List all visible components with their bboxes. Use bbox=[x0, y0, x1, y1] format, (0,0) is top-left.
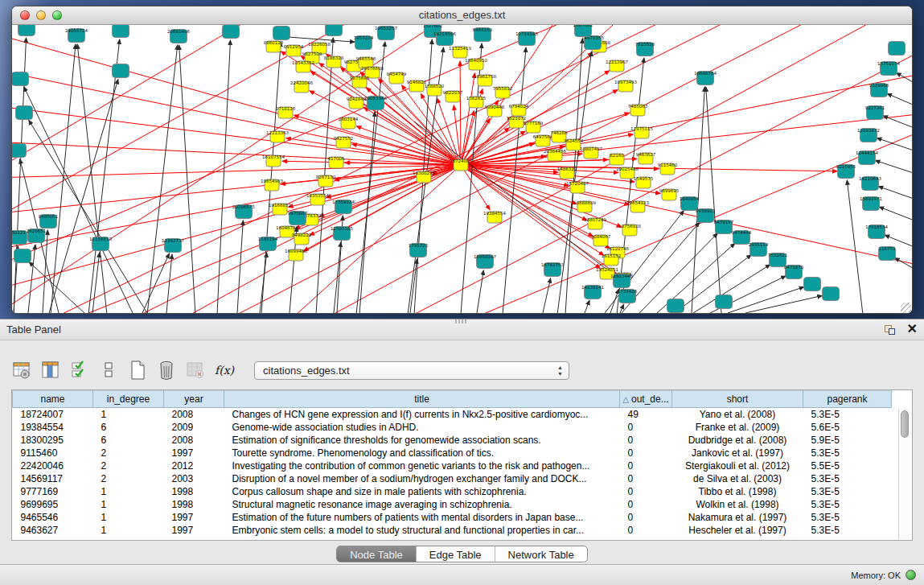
network-window-titlebar[interactable]: citations_edges.txt bbox=[12, 6, 912, 25]
table-cell: 5.6E-5 bbox=[803, 421, 892, 434]
graph-node[interactable] bbox=[14, 249, 31, 263]
function-builder-button[interactable]: f(x) bbox=[214, 360, 235, 381]
graph-node[interactable] bbox=[223, 25, 240, 39]
graph-node[interactable] bbox=[16, 106, 33, 120]
network-window-title: citations_edges.txt bbox=[419, 9, 506, 21]
column-header-pagerank[interactable]: pagerank bbox=[803, 391, 892, 408]
column-header-name[interactable]: name bbox=[13, 391, 93, 408]
table-row[interactable]: 977716911998Corpus callosum shape and si… bbox=[13, 485, 892, 498]
graph-node-label: 2935114 bbox=[749, 242, 769, 247]
graph-node[interactable] bbox=[12, 144, 27, 158]
column-header-short[interactable]: short bbox=[672, 391, 803, 408]
graph-node-label: 10025488 bbox=[616, 167, 639, 171]
graph-node-label: 9329966 bbox=[869, 83, 889, 88]
show-columns-button[interactable] bbox=[40, 360, 61, 381]
table-cell: 9465546 bbox=[13, 511, 93, 524]
close-panel-icon[interactable]: ✕ bbox=[907, 323, 918, 336]
network-canvas[interactable]: 1872400788601238912954182260589827509818… bbox=[12, 25, 912, 314]
table-mode-button[interactable] bbox=[11, 360, 32, 381]
graph-node[interactable] bbox=[113, 25, 129, 38]
table-row[interactable]: 946554611997Estimation of the future num… bbox=[13, 511, 892, 524]
graph-node[interactable] bbox=[18, 25, 35, 36]
table-cell: 19384554 bbox=[13, 421, 93, 434]
table-cell: de Silva et al. (2003) bbox=[672, 472, 803, 485]
table-cell: 18724007 bbox=[13, 408, 93, 421]
graph-node-label: 2803144 bbox=[339, 117, 359, 122]
table-cell: 5.3E-5 bbox=[803, 498, 892, 511]
graph-node-label: 19384554 bbox=[483, 211, 506, 216]
table-cell: 0 bbox=[620, 511, 672, 524]
graph-node-label: 29676608 bbox=[361, 66, 384, 71]
graph-node-label: 17359924 bbox=[332, 200, 355, 204]
panel-splitter-handle[interactable] bbox=[455, 319, 468, 323]
graph-node[interactable] bbox=[12, 72, 29, 86]
table-row[interactable]: 1456911722003Disruption of a novel membe… bbox=[13, 472, 892, 485]
graph-node-label: 1486322 bbox=[557, 167, 577, 171]
graph-node-label: 9822037 bbox=[443, 90, 463, 95]
column-header-in-degree[interactable]: in_degree bbox=[93, 391, 164, 408]
graph-node-label: 9975887 bbox=[288, 211, 308, 216]
tab-node-table[interactable]: Node Table bbox=[337, 546, 417, 562]
float-panel-icon[interactable] bbox=[885, 323, 897, 336]
graph-node[interactable] bbox=[326, 25, 343, 36]
table-cell: Structural magnetic resonance image aver… bbox=[224, 498, 620, 511]
network-table-select[interactable]: citations_edges.txt ▲▼ bbox=[254, 361, 569, 380]
select-columns-button[interactable] bbox=[69, 360, 90, 381]
table-row[interactable]: 911546021997Tourette syndrome. Phenomeno… bbox=[13, 447, 892, 459]
scrollbar-thumb[interactable] bbox=[901, 410, 909, 438]
table-row[interactable]: 969969511998Structural magnetic resonanc… bbox=[13, 498, 892, 511]
table-cell: 5.9E-5 bbox=[803, 434, 892, 447]
graph-node[interactable] bbox=[804, 278, 821, 291]
graph-node-label: 12923448 bbox=[610, 274, 633, 278]
tab-network-table[interactable]: Network Table bbox=[495, 546, 587, 562]
zoom-window-button[interactable] bbox=[52, 10, 62, 20]
table-cell: Wolkin et al. (1998) bbox=[672, 498, 803, 511]
table-cell: 5.3E-5 bbox=[803, 408, 892, 421]
row-height-button[interactable] bbox=[98, 360, 119, 381]
table-row[interactable]: 1830029562008Estimation of significance … bbox=[13, 434, 892, 447]
table-cell: 0 bbox=[620, 459, 672, 472]
table-cell: 1 bbox=[93, 524, 164, 537]
graph-node-label: 16958107 bbox=[474, 254, 496, 259]
graph-node-label: 9699695 bbox=[659, 188, 680, 193]
graph-node-label: 17016534 bbox=[865, 225, 888, 229]
table-cell: 2 bbox=[93, 447, 164, 459]
table-row[interactable]: 1938455462009Genome-wide association stu… bbox=[13, 421, 892, 434]
graph-node-label: 20206575 bbox=[232, 204, 255, 209]
table-panel-header: Table Panel ✕ bbox=[0, 319, 924, 340]
graph-node[interactable] bbox=[113, 64, 129, 78]
delete-table-button[interactable] bbox=[185, 360, 206, 381]
graph-node-label: 6479197 bbox=[714, 220, 734, 225]
table-cell: 22420046 bbox=[13, 459, 93, 472]
close-window-button[interactable] bbox=[20, 10, 30, 20]
graph-node[interactable] bbox=[823, 287, 840, 301]
graph-node-label: 16210643 bbox=[859, 176, 881, 181]
graph-node[interactable] bbox=[889, 42, 906, 56]
column-header-year[interactable]: year bbox=[164, 391, 224, 408]
table-row[interactable]: 1872400712008Changes of HCN gene express… bbox=[13, 408, 892, 421]
graph-node[interactable] bbox=[716, 295, 733, 309]
table-cell: 2008 bbox=[164, 434, 224, 447]
table-cell: Jankovic et al. (1997) bbox=[672, 447, 803, 459]
graph-node[interactable] bbox=[273, 27, 290, 40]
window-resize-grip[interactable] bbox=[901, 303, 911, 313]
table-cell: 0 bbox=[620, 434, 672, 447]
minimize-window-button[interactable] bbox=[36, 10, 46, 20]
graph-node-label: 24055724 bbox=[65, 28, 88, 33]
table-cell: Changes of HCN gene expression and I(f) … bbox=[224, 408, 620, 421]
create-column-button[interactable] bbox=[127, 360, 148, 381]
table-cell: 0 bbox=[620, 421, 672, 434]
table-row[interactable]: 2242004622012Investigating the contribut… bbox=[13, 459, 892, 472]
graph-node-label: 12342737 bbox=[162, 238, 184, 243]
delete-column-button[interactable] bbox=[156, 360, 177, 381]
citation-network-graph[interactable]: 1872400788601238912954182260589827509818… bbox=[12, 25, 912, 314]
graph-node-label: 14136141 bbox=[581, 285, 604, 290]
column-header-title[interactable]: title bbox=[224, 391, 620, 408]
table-row[interactable]: 946362711997Embryonic stem cells: a mode… bbox=[13, 524, 892, 537]
table-vertical-scrollbar[interactable] bbox=[898, 409, 910, 539]
graph-node[interactable] bbox=[667, 299, 684, 313]
graph-node-label: 18724007 bbox=[450, 159, 472, 163]
tab-edge-table[interactable]: Edge Table bbox=[417, 546, 495, 562]
graph-node-label: 10543362 bbox=[292, 60, 314, 65]
column-header-out-de-[interactable]: △out_de... bbox=[620, 391, 672, 408]
